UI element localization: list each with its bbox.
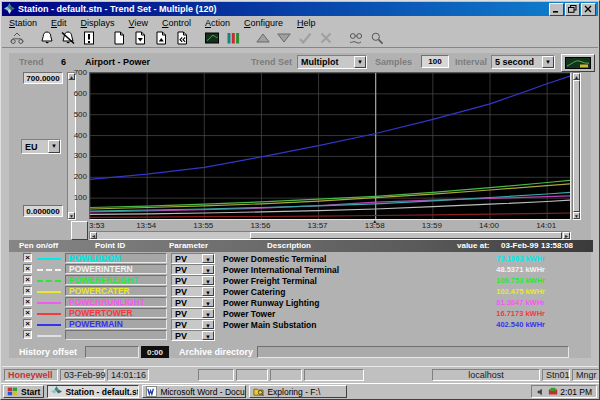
system-tray[interactable]: 2:01 PM <box>531 385 597 398</box>
plot-horizontal-scrollbar[interactable]: ◄ ► <box>89 231 571 240</box>
samples-field[interactable]: 100 <box>421 55 449 68</box>
x-tick-label: 13:59 <box>422 221 442 230</box>
interval-select[interactable]: 5 second ▼ <box>491 55 555 69</box>
menu-help[interactable]: Help <box>290 18 323 28</box>
samples-label: Samples <box>375 57 412 67</box>
minimize-button[interactable] <box>549 3 564 16</box>
page-back-icon[interactable] <box>171 30 192 46</box>
cancel-icon[interactable] <box>315 30 336 46</box>
task-button-station[interactable]: Station - default.stn -... <box>47 385 139 398</box>
point-id-field[interactable]: POWERINTERN <box>65 264 167 274</box>
trend-review-icon[interactable] <box>345 30 366 46</box>
y-tick-label: 300 <box>65 151 87 160</box>
axis-min-field[interactable]: 0.000000 <box>23 205 63 217</box>
mini-trend-icon <box>565 57 591 69</box>
chevron-down-icon[interactable]: ▼ <box>202 320 214 329</box>
chevron-down-icon[interactable]: ▼ <box>202 287 214 296</box>
pen-enable-checkbox[interactable]: × <box>23 264 32 273</box>
point-id-field[interactable]: POWERFREIGHT <box>65 275 167 285</box>
scroll-up-icon[interactable]: ▲ <box>573 73 580 80</box>
parameter-select[interactable]: PV▼ <box>171 319 215 330</box>
menu-view[interactable]: View <box>122 18 155 28</box>
chevron-down-icon[interactable]: ▼ <box>542 56 554 68</box>
trend-display-button[interactable] <box>561 54 595 72</box>
alarm-icon[interactable] <box>36 30 57 46</box>
chevron-down-icon[interactable]: ▼ <box>202 331 214 340</box>
parameter-value: PV <box>172 320 202 330</box>
plot-vertical-scrollbar[interactable]: ▲ ▼ <box>572 72 581 220</box>
trend-bars-icon[interactable] <box>222 30 243 46</box>
pen-enable-checkbox[interactable]: × <box>23 330 32 339</box>
zoom-icon[interactable] <box>366 30 387 46</box>
axis-max-field[interactable]: 700.0000 <box>23 72 63 84</box>
page-icon[interactable] <box>108 30 129 46</box>
trend-plot-area[interactable] <box>89 72 571 220</box>
parameter-select[interactable]: PV▼ <box>171 308 215 319</box>
col-point-id: Point ID <box>95 241 125 250</box>
eu-select[interactable]: EU ▼ <box>21 139 61 154</box>
alarm-silence-icon[interactable] <box>57 30 78 46</box>
pen-current-value: 102.475 kWHr <box>455 287 545 296</box>
scroll-down-icon[interactable]: ▼ <box>573 212 580 219</box>
task-button-word[interactable]: Microsoft Word - Document5 <box>142 385 246 398</box>
parameter-select[interactable]: PV▼ <box>171 264 215 275</box>
pen-current-value: 16.7173 kWHr <box>455 309 545 318</box>
cursor-marker-icon[interactable]: ▲ <box>372 218 377 224</box>
menu-station[interactable]: Station <box>2 18 44 28</box>
status-role: Mngr <box>572 369 600 381</box>
raise-icon[interactable] <box>252 30 273 46</box>
pen-current-value: 73.1963 kWHr <box>455 254 545 263</box>
scroll-right-icon[interactable]: ► <box>563 232 570 239</box>
col-value-at: value at: <box>457 241 489 250</box>
chevron-down-icon[interactable]: ▼ <box>48 140 60 153</box>
close-button[interactable] <box>581 3 596 16</box>
menu-control[interactable]: Control <box>155 18 198 28</box>
parameter-select[interactable]: PV▼ <box>171 297 215 308</box>
pen-enable-checkbox[interactable]: × <box>23 308 32 317</box>
lower-icon[interactable] <box>273 30 294 46</box>
parameter-select[interactable]: PV▼ <box>171 275 215 286</box>
scroll-left-icon[interactable]: ◄ <box>90 232 97 239</box>
pen-enable-checkbox[interactable]: × <box>23 275 32 284</box>
restore-button[interactable] <box>565 3 580 16</box>
find-icon[interactable] <box>6 30 27 46</box>
x-tick-label: 13:55 <box>193 221 213 230</box>
start-button[interactable]: Start <box>3 385 44 398</box>
pen-enable-checkbox[interactable]: × <box>23 286 32 295</box>
title-bar[interactable]: Station - default.stn - Trend Set - Mult… <box>2 2 598 16</box>
point-id-field[interactable]: POWERRUNLIGHT <box>65 297 167 307</box>
point-id-field[interactable]: POWERCATER <box>65 286 167 296</box>
pen-enable-checkbox[interactable]: × <box>23 297 32 306</box>
menu-configure[interactable]: Configure <box>237 18 290 28</box>
parameter-select[interactable]: PV▼ <box>171 330 215 341</box>
point-id-field[interactable] <box>65 330 167 340</box>
pen-style-sample <box>37 335 61 337</box>
point-id-field[interactable]: POWERTOWER <box>65 308 167 318</box>
chevron-down-icon[interactable]: ▼ <box>202 265 214 274</box>
chevron-down-icon[interactable]: ▼ <box>354 56 366 68</box>
parameter-select[interactable]: PV▼ <box>171 253 215 264</box>
pen-enable-checkbox[interactable]: × <box>23 253 32 262</box>
menu-action[interactable]: Action <box>198 18 237 28</box>
page-up-icon[interactable] <box>150 30 171 46</box>
x-tick-label: 3:53 <box>89 221 105 230</box>
archive-directory-input[interactable] <box>257 346 569 358</box>
chevron-down-icon[interactable]: ▼ <box>202 298 214 307</box>
chevron-down-icon[interactable]: ▼ <box>202 254 214 263</box>
detail-display-icon[interactable] <box>201 30 222 46</box>
parameter-select[interactable]: PV▼ <box>171 286 215 297</box>
chevron-down-icon[interactable]: ▼ <box>202 276 214 285</box>
history-offset-label: History offset <box>19 347 77 357</box>
menu-displays[interactable]: Displays <box>74 18 122 28</box>
task-button-explorer[interactable]: Exploring - F:\ <box>249 385 347 398</box>
menu-edit[interactable]: Edit <box>44 18 74 28</box>
accept-icon[interactable] <box>294 30 315 46</box>
pen-enable-checkbox[interactable]: × <box>23 319 32 328</box>
chevron-down-icon[interactable]: ▼ <box>202 309 214 318</box>
trend-set-select[interactable]: Multiplot ▼ <box>297 55 367 69</box>
point-id-field[interactable]: POWERDOM <box>65 253 167 263</box>
point-id-field[interactable]: POWERMAIN <box>65 319 167 329</box>
message-icon[interactable] <box>78 30 99 46</box>
page-down-icon[interactable] <box>129 30 150 46</box>
history-offset-input[interactable] <box>85 346 139 358</box>
